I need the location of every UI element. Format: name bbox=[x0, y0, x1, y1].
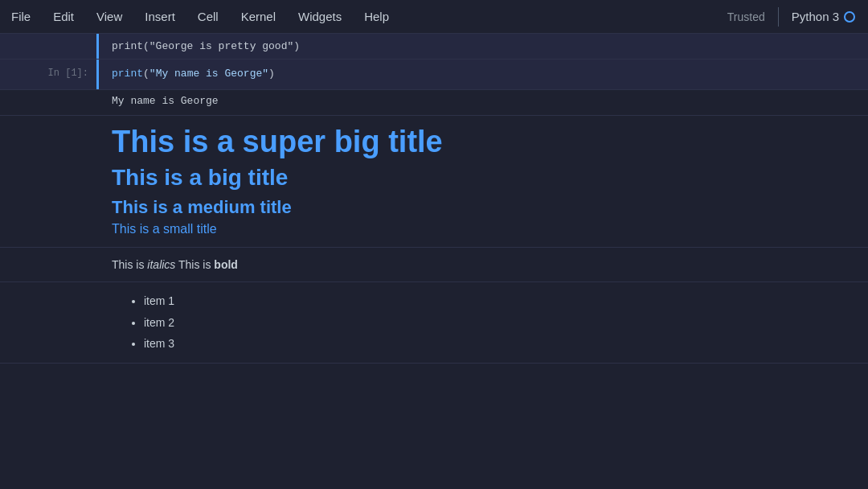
output-text: My name is George bbox=[112, 95, 219, 107]
cell-input[interactable]: print("George is pretty good") bbox=[0, 34, 868, 60]
cell-output-1: My name is George bbox=[0, 90, 868, 116]
menu-help[interactable]: Help bbox=[353, 6, 400, 27]
notebook[interactable]: print("George is pretty good") In [1]: p… bbox=[0, 34, 868, 489]
cell-label-md bbox=[0, 116, 96, 247]
menu-edit[interactable]: Edit bbox=[42, 6, 85, 27]
menu-file[interactable]: File bbox=[0, 6, 42, 27]
menubar-right: Trusted Python 3 bbox=[727, 7, 868, 27]
cell-label-inline bbox=[0, 248, 96, 281]
cell-content-input[interactable]: print("George is pretty good") bbox=[96, 34, 868, 59]
code-string: "My name is George" bbox=[149, 68, 268, 80]
cell-markdown-inline[interactable]: This is italics This is bold bbox=[0, 248, 868, 282]
cell-content-md: This is a super big title This is a big … bbox=[96, 116, 868, 247]
markdown-h4: This is a small title bbox=[112, 220, 855, 238]
cell-label-1: In [1]: bbox=[0, 60, 96, 89]
menu-cell[interactable]: Cell bbox=[186, 6, 230, 27]
cell-markdown-headings[interactable]: This is a super big title This is a big … bbox=[0, 116, 868, 248]
cell-label-input bbox=[0, 34, 96, 59]
markdown-h1: This is a super big title bbox=[112, 124, 855, 161]
menubar: File Edit View Insert Cell Kernel Widget… bbox=[0, 0, 868, 34]
markdown-h3: This is a medium title bbox=[112, 196, 855, 220]
cell-content-1[interactable]: print("My name is George") bbox=[96, 60, 868, 89]
cell-code-1[interactable]: In [1]: print("My name is George") bbox=[0, 60, 868, 90]
code-punc-close: ) bbox=[268, 68, 275, 80]
cell-label-list bbox=[0, 282, 96, 363]
text-italic: italics bbox=[147, 258, 175, 271]
divider bbox=[778, 7, 779, 27]
menu-kernel[interactable]: Kernel bbox=[230, 6, 287, 27]
cell-markdown-list[interactable]: item 1 item 2 item 3 bbox=[0, 282, 868, 364]
cell-code-input: print("George is pretty good") bbox=[112, 40, 300, 52]
text-mid: This is bbox=[175, 258, 214, 271]
code-keyword: print bbox=[112, 68, 143, 80]
markdown-h2: This is a big title bbox=[112, 163, 855, 192]
cell-label-output bbox=[0, 90, 96, 115]
kernel-badge: Python 3 bbox=[792, 10, 855, 23]
menu-view[interactable]: View bbox=[85, 6, 133, 27]
list-item-1: item 1 bbox=[144, 290, 855, 312]
cell-content-inline: This is italics This is bold bbox=[96, 248, 868, 281]
list-item-2: item 2 bbox=[144, 312, 855, 334]
menu-insert[interactable]: Insert bbox=[133, 6, 186, 27]
kernel-name: Python 3 bbox=[792, 10, 839, 23]
trusted-label: Trusted bbox=[727, 10, 765, 23]
cell-content-output: My name is George bbox=[96, 90, 868, 115]
menu-widgets[interactable]: Widgets bbox=[287, 6, 353, 27]
kernel-circle-icon bbox=[844, 11, 855, 23]
list-item-3: item 3 bbox=[144, 333, 855, 355]
text-plain-1: This is bbox=[112, 258, 147, 271]
cell-content-list: item 1 item 2 item 3 bbox=[96, 282, 868, 363]
code-punc-open: ( bbox=[143, 68, 149, 80]
text-bold: bold bbox=[214, 258, 238, 271]
markdown-list: item 1 item 2 item 3 bbox=[112, 290, 855, 355]
